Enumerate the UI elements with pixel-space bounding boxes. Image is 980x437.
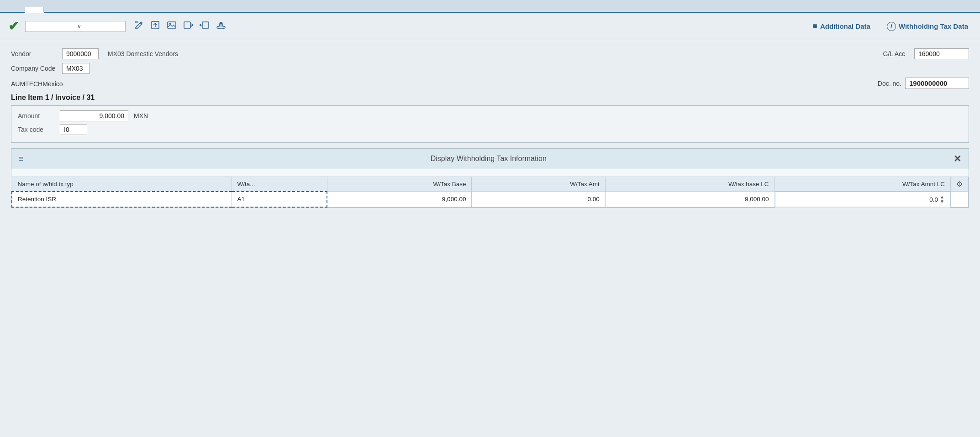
- col-wtax-base: W/Tax Base: [327, 177, 472, 192]
- dialog-title: Display Withholding Tax Information: [29, 155, 948, 163]
- withholding-tax-dialog: ≡ Display Withholding Tax Information ✕ …: [11, 148, 969, 208]
- withholding-tax-icon: i: [887, 22, 896, 31]
- withholding-tax-label: Withholding Tax Data: [899, 22, 968, 30]
- line-item-form: Amount 9,000.00 MXN Tax code I0: [11, 105, 969, 143]
- company-name: AUMTECHMexico: [11, 80, 63, 88]
- cell-gear: [951, 192, 969, 208]
- cell-wta: A1: [232, 192, 327, 208]
- additional-data-label: Additional Data: [820, 22, 870, 30]
- export-icon[interactable]: [150, 20, 160, 32]
- hat-icon[interactable]: [216, 20, 226, 32]
- cell-wtax_base_lc: 9,000.00: [605, 192, 775, 208]
- edit-icon[interactable]: [134, 20, 144, 32]
- tab-1[interactable]: [5, 7, 25, 12]
- tax-code-row: Tax code I0: [18, 124, 962, 135]
- scroll-control[interactable]: ▲▼: [940, 195, 944, 204]
- toolbar-icons: [134, 20, 226, 32]
- col-name: Name of w/hld.tx typ: [12, 177, 232, 192]
- cell-wtax_base: 9,000.00: [327, 192, 472, 208]
- doc-no-label: Doc. no.: [878, 80, 901, 87]
- withholding-tax-table: Name of w/hld.tx typ W/ta... W/Tax Base …: [11, 177, 969, 208]
- amount-label: Amount: [18, 112, 54, 120]
- cell-wtax_amt: 0.00: [472, 192, 605, 208]
- gl-acc-label: G/L Acc: [883, 50, 905, 57]
- svg-rect-7: [202, 22, 209, 28]
- svg-rect-3: [168, 22, 176, 28]
- amount-value[interactable]: 9,000.00: [60, 110, 128, 121]
- wht-table-wrapper: Name of w/hld.tx typ W/ta... W/Tax Base …: [11, 169, 969, 208]
- check-button[interactable]: ✔: [8, 19, 19, 34]
- main-content: Vendor 9000000 MX03 Domestic Vendors G/L…: [0, 40, 980, 208]
- vendor-value[interactable]: 9000000: [62, 48, 99, 59]
- table-header-row: Name of w/hld.tx typ W/ta... W/Tax Base …: [12, 177, 969, 192]
- withholding-tax-button[interactable]: i Withholding Tax Data: [883, 20, 972, 33]
- line-item-title: Line Item 1 / Invoice / 31: [11, 94, 969, 102]
- back-icon[interactable]: [183, 20, 193, 32]
- col-wtax-base-lc: W/tax base LC: [605, 177, 775, 192]
- gl-acc-value[interactable]: 160000: [914, 48, 969, 59]
- settings-icon[interactable]: ⚙: [956, 180, 963, 188]
- image-icon[interactable]: [167, 20, 177, 32]
- dialog-menu-icon[interactable]: ≡: [19, 154, 24, 164]
- dialog-close-button[interactable]: ✕: [954, 153, 961, 164]
- company-code-label: Company Code: [11, 65, 57, 72]
- cell-name: Retention ISR: [12, 192, 232, 208]
- col-wtax-amt-lc: W/Tax Amnt LC: [775, 177, 950, 192]
- svg-rect-5: [184, 22, 190, 28]
- amount-row: Amount 9,000.00 MXN: [18, 110, 962, 121]
- company-code-row: Company Code MX03: [11, 63, 969, 74]
- vendor-row: Vendor 9000000 MX03 Domestic Vendors G/L…: [11, 48, 969, 59]
- vendor-label: Vendor: [11, 50, 57, 57]
- tab-2[interactable]: [25, 7, 44, 13]
- toolbar: ✔ ∨: [0, 13, 980, 40]
- dialog-header: ≡ Display Withholding Tax Information ✕: [11, 149, 969, 169]
- svg-point-9: [217, 26, 225, 29]
- tab-bar: [0, 0, 980, 13]
- additional-data-icon: ■: [812, 21, 817, 31]
- currency-label: MXN: [134, 112, 148, 120]
- col-wta: W/ta...: [232, 177, 327, 192]
- vendor-desc: MX03 Domestic Vendors: [108, 50, 178, 57]
- svg-point-10: [220, 22, 222, 24]
- forward-icon[interactable]: [200, 20, 210, 32]
- toolbar-dropdown[interactable]: ∨: [25, 21, 126, 32]
- tax-code-label: Tax code: [18, 126, 54, 133]
- tax-code-value[interactable]: I0: [60, 124, 87, 135]
- col-settings[interactable]: ⚙: [951, 177, 969, 192]
- doc-no-value[interactable]: 1900000000: [905, 78, 969, 89]
- cell-wtax-amt-lc: 0.0▲▼: [775, 192, 950, 207]
- company-code-value[interactable]: MX03: [62, 63, 90, 74]
- table-row[interactable]: Retention ISRA19,000.000.009,000.000.0▲▼: [12, 192, 969, 208]
- additional-data-button[interactable]: ■ Additional Data: [809, 20, 874, 33]
- col-wtax-amt: W/Tax Amt: [472, 177, 605, 192]
- chevron-down-icon: ∨: [77, 23, 121, 30]
